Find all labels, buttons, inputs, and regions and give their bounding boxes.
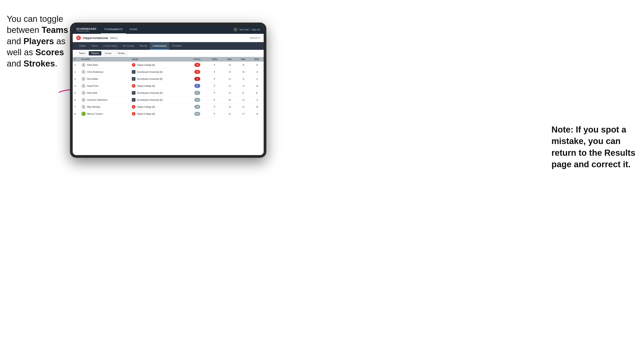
team-name: Scoreboard University [A]: [137, 71, 162, 73]
tab-results[interactable]: Results: [137, 42, 150, 50]
rd1-cell: -5: [223, 68, 236, 75]
table-row: 2 Chris Robertson ≡ Scoreboard Universit…: [73, 68, 264, 75]
player-cell: David Ford: [80, 82, 130, 89]
thru-cell: F: [206, 103, 223, 110]
player-avatar: [81, 98, 86, 102]
nav-bar: SCOREBOARD Powered by clippd TOURNAMENTS…: [73, 25, 264, 34]
nav-link-tournaments[interactable]: TOURNAMENTS: [101, 25, 126, 34]
team-name: Scoreboard University [A]: [137, 92, 162, 94]
svg-point-6: [83, 99, 84, 100]
rd2-cell: E: [236, 89, 250, 96]
table-row: 4 David Ford C Clippd College [A] E F +1…: [73, 82, 264, 89]
team-logo-icon: C: [132, 63, 136, 67]
rd3-cell: -5: [250, 62, 264, 68]
table-row: 6 Cameron Robertson ≡ Scoreboard Univers…: [73, 96, 264, 103]
rd3-cell: -4: [250, 68, 264, 75]
thru-cell: F: [206, 62, 223, 68]
toggle-teams-button[interactable]: Teams: [76, 51, 88, 55]
player-avatar: [81, 84, 86, 88]
col-thru: THRU: [206, 57, 223, 62]
score-badge: E: [194, 84, 200, 88]
total-cell: -8: [188, 62, 206, 68]
player-name: Elliot Ebert: [87, 64, 98, 66]
svg-point-1: [83, 64, 84, 65]
rank-cell: 3: [73, 75, 80, 82]
tab-leaderboards[interactable]: Leaderboards: [150, 42, 169, 50]
toggle-scores-button[interactable]: Scores: [102, 51, 114, 55]
team-name: Clippd College [A]: [137, 64, 155, 66]
toggle-players-button[interactable]: Players: [89, 51, 101, 55]
user-avatar: [234, 27, 238, 31]
tab-course-setup[interactable]: Course Setup: [101, 42, 120, 50]
col-rank: #: [73, 57, 80, 62]
rd1-cell: +2: [223, 110, 236, 117]
player-cell: Chris Robertson: [80, 68, 130, 75]
rd3-cell: +2: [250, 110, 264, 117]
player-cell: 🌿 Marcus Turners: [80, 110, 130, 117]
nav-right: Test User | Sign out: [234, 27, 260, 31]
player-name: Rees Britt: [87, 92, 97, 94]
team-name: Scoreboard University [A]: [137, 78, 162, 80]
total-cell: +8: [188, 103, 206, 110]
right-annotation: Note: If you spot a mistake, you can ret…: [552, 124, 637, 170]
rd3-cell: E: [250, 89, 264, 96]
thru-cell: F: [206, 89, 223, 96]
player-avatar: [81, 91, 86, 95]
player-cell: Cameron Robertson: [80, 96, 130, 103]
tab-details[interactable]: Details: [76, 42, 89, 50]
rd1-cell: +5: [223, 96, 236, 103]
tab-teams[interactable]: Teams: [89, 42, 101, 50]
rd2-cell: +5: [236, 68, 250, 75]
table-row: 5 Rees Britt ≡ Scoreboard University [A]…: [73, 89, 264, 96]
toggle-bar: Teams Players Scores Strokes: [73, 50, 264, 57]
table-row: 1 Elliot Ebert C Clippd College [A] -8 F…: [73, 62, 264, 68]
rd2-cell: +1: [236, 103, 250, 110]
tournament-name: Clippd Invitational: [82, 36, 108, 40]
thru-cell: F: [206, 68, 223, 75]
sign-out-link[interactable]: Sign out: [252, 28, 260, 31]
col-rd3: RD3: [250, 57, 264, 62]
rd1-cell: +1: [223, 75, 236, 82]
tournament-title: C Clippd Invitational (Men): [76, 36, 118, 40]
rd1-cell: +1: [223, 89, 236, 96]
tab-printables[interactable]: Printables: [169, 42, 185, 50]
team-name: Clippd College [A]: [137, 85, 155, 87]
rd3-cell: +3: [250, 82, 264, 89]
team-cell: ≡ Scoreboard University [A]: [130, 89, 188, 96]
thru-cell: F: [206, 75, 223, 82]
team-cell: C Clippd College [A]: [130, 103, 188, 110]
table-row: 8 🌿 Marcus Turners C Clippd College [A] …: [73, 110, 264, 117]
sub-nav: Details Teams Course Setup Tee Groups Re…: [73, 42, 264, 50]
nav-link-teams[interactable]: TEAMS: [126, 25, 141, 34]
team-logo-icon: ≡: [132, 70, 136, 74]
team-logo-icon: ≡: [132, 98, 136, 102]
tablet-screen: SCOREBOARD Powered by clippd TOURNAMENTS…: [73, 25, 264, 155]
player-avatar: 🌿: [81, 112, 86, 116]
score-badge: +8: [194, 105, 200, 109]
score-badge: +11: [194, 112, 200, 116]
cancel-button[interactable]: Cancel ✕: [250, 36, 260, 39]
left-annotation: You can toggle between Teams and Players…: [7, 13, 70, 69]
player-avatar: [81, 63, 86, 67]
rank-cell: 1: [73, 62, 80, 68]
tab-tee-groups[interactable]: Tee Groups: [120, 42, 137, 50]
rank-cell: 7: [73, 103, 80, 110]
col-rd2: RD2: [236, 57, 250, 62]
svg-point-2: [83, 71, 84, 72]
svg-point-4: [83, 85, 84, 86]
team-name: Scoreboard University [A]: [137, 99, 162, 101]
thru-cell: F: [206, 110, 223, 117]
player-cell: Elliot Ebert: [80, 62, 130, 68]
total-cell: +11: [188, 110, 206, 117]
player-cell: Rees Britt: [80, 89, 130, 96]
team-cell: ≡ Scoreboard University [A]: [130, 75, 188, 82]
thru-cell: F: [206, 82, 223, 89]
toggle-strokes-button[interactable]: Strokes: [115, 51, 128, 55]
player-avatar: [81, 70, 86, 74]
player-avatar: [81, 105, 86, 109]
team-cell: ≡ Scoreboard University [A]: [130, 96, 188, 103]
rank-cell: 6: [73, 96, 80, 103]
players-table: # PLAYER TEAM TOTAL THRU RD1 RD2 RD3 1 E…: [73, 57, 264, 117]
team-name: Clippd College [A]: [137, 106, 155, 108]
player-name: Chris Robertson: [87, 71, 104, 73]
